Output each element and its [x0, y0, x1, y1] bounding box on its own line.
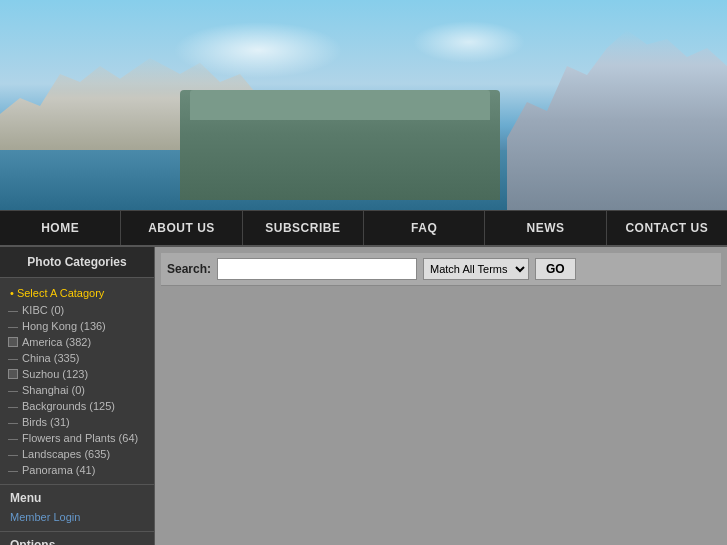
- list-item[interactable]: — Shanghai (0): [4, 382, 150, 398]
- sidebar: Photo Categories • Select A Catagory — K…: [0, 247, 155, 545]
- search-go-button[interactable]: GO: [535, 258, 576, 280]
- dash-icon: —: [8, 321, 18, 332]
- member-login-link[interactable]: Member Login: [10, 509, 144, 525]
- search-label: Search:: [167, 262, 211, 276]
- list-item[interactable]: — Birds (31): [4, 414, 150, 430]
- dash-icon: —: [8, 385, 18, 396]
- nav-faq[interactable]: FAQ: [364, 211, 485, 245]
- main-content: Search: Match All Terms Match Any Term E…: [155, 247, 727, 545]
- search-input[interactable]: [217, 258, 417, 280]
- main-content-area: [161, 292, 721, 492]
- options-title: Options: [10, 538, 144, 545]
- dash-icon: —: [8, 465, 18, 476]
- pier: [180, 90, 500, 200]
- content-area: Photo Categories • Select A Catagory — K…: [0, 247, 727, 545]
- search-terms-select[interactable]: Match All Terms Match Any Term Exact Phr…: [423, 258, 529, 280]
- options-section: Options: [0, 531, 154, 545]
- category-name: China (335): [22, 352, 79, 364]
- category-list: • Select A Catagory — KIBC (0) — Hong Ko…: [0, 278, 154, 484]
- nav-contact[interactable]: CONTACT US: [607, 211, 727, 245]
- category-name: Panorama (41): [22, 464, 95, 476]
- category-name: Shanghai (0): [22, 384, 85, 396]
- list-item[interactable]: — Flowers and Plants (64): [4, 430, 150, 446]
- list-item[interactable]: — Panorama (41): [4, 462, 150, 478]
- header-banner: [0, 0, 727, 210]
- category-name: KIBC (0): [22, 304, 64, 316]
- search-bar: Search: Match All Terms Match Any Term E…: [161, 253, 721, 286]
- main-nav: HOME ABOUT US SUBSCRIBE FAQ NEWS CONTACT…: [0, 210, 727, 247]
- list-item[interactable]: — KIBC (0): [4, 302, 150, 318]
- dash-icon: —: [8, 417, 18, 428]
- list-item[interactable]: — China (335): [4, 350, 150, 366]
- category-name: Flowers and Plants (64): [22, 432, 138, 444]
- list-item[interactable]: — Hong Kong (136): [4, 318, 150, 334]
- menu-title: Menu: [10, 491, 144, 505]
- nav-news[interactable]: NEWS: [485, 211, 606, 245]
- nav-home[interactable]: HOME: [0, 211, 121, 245]
- nav-subscribe[interactable]: SUBSCRIBE: [243, 211, 364, 245]
- category-name: Landscapes (635): [22, 448, 110, 460]
- category-checkbox[interactable]: [8, 369, 18, 379]
- category-name: Birds (31): [22, 416, 70, 428]
- dash-icon: —: [8, 401, 18, 412]
- select-category-label[interactable]: • Select A Catagory: [4, 284, 150, 302]
- menu-section: Menu Member Login: [0, 484, 154, 531]
- category-name: Hong Kong (136): [22, 320, 106, 332]
- dash-icon: —: [8, 353, 18, 364]
- nav-about[interactable]: ABOUT US: [121, 211, 242, 245]
- category-checkbox[interactable]: [8, 337, 18, 347]
- list-item[interactable]: America (382): [4, 334, 150, 350]
- list-item[interactable]: — Backgrounds (125): [4, 398, 150, 414]
- category-name: Backgrounds (125): [22, 400, 115, 412]
- sidebar-header: Photo Categories: [0, 247, 154, 278]
- dash-icon: —: [8, 449, 18, 460]
- list-item[interactable]: — Landscapes (635): [4, 446, 150, 462]
- dash-icon: —: [8, 305, 18, 316]
- category-name: Suzhou (123): [22, 368, 88, 380]
- dash-icon: —: [8, 433, 18, 444]
- list-item[interactable]: Suzhou (123): [4, 366, 150, 382]
- category-name: America (382): [22, 336, 91, 348]
